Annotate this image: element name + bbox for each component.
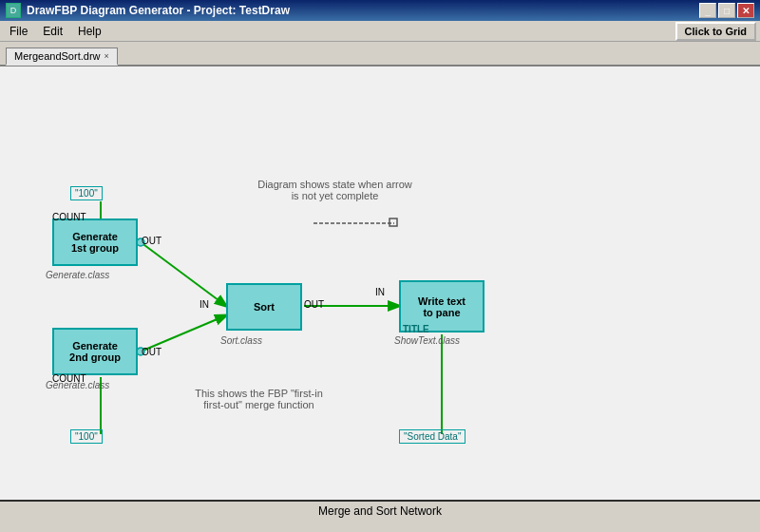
menu-edit[interactable]: Edit <box>37 24 68 39</box>
port-in-sort: IN <box>200 299 209 310</box>
port-out-sort: OUT <box>304 299 324 310</box>
menu-items: File Edit Help <box>4 24 107 39</box>
node-generate1[interactable]: Generate1st group <box>52 218 138 266</box>
window-controls: _ □ ✕ <box>699 3 754 18</box>
svg-rect-7 <box>390 218 397 226</box>
tab-close-button[interactable]: × <box>104 51 109 61</box>
annotation-merge: This shows the FBP "first-infirst-out" m… <box>180 388 337 410</box>
iip-100-bottom[interactable]: "100" <box>70 429 103 444</box>
status-bar: Merge and Sort Network <box>0 500 760 521</box>
close-button[interactable]: ✕ <box>737 3 754 18</box>
port-out2: OUT <box>142 347 162 357</box>
window-title: DrawFBP Diagram Generator - Project: Tes… <box>27 4 290 17</box>
annotation-arrow-state: Diagram shows state when arrowis not yet… <box>252 179 418 201</box>
class-sort: Sort.class <box>220 335 262 346</box>
port-in-write: IN <box>375 287 385 297</box>
port-count1: COUNT <box>52 212 86 222</box>
tab-bar: MergeandSort.drw × <box>0 42 760 66</box>
diagram-svg <box>0 66 760 500</box>
maximize-button[interactable]: □ <box>718 3 735 18</box>
node-sort[interactable]: Sort <box>226 283 302 331</box>
class-generate1: Generate.class <box>46 270 109 280</box>
tab-label: MergeandSort.drw <box>14 50 101 62</box>
tab-mergesort[interactable]: MergeandSort.drw × <box>6 48 118 66</box>
class-generate2: Generate.class <box>46 380 109 390</box>
class-showtext: ShowText.class <box>394 335 460 346</box>
node-generate2[interactable]: Generate2nd group <box>52 328 138 375</box>
diagram-canvas: Generate1st group Generate2nd group Sort… <box>0 66 760 500</box>
iip-sorted-data[interactable]: "Sorted Data" <box>399 429 466 444</box>
menu-help[interactable]: Help <box>72 24 107 39</box>
menu-file[interactable]: File <box>4 24 33 39</box>
click-to-grid-button[interactable]: Click to Grid <box>675 22 756 41</box>
minimize-button[interactable]: _ <box>699 3 716 18</box>
iip-100-top[interactable]: "100" <box>70 186 103 200</box>
status-text: Merge and Sort Network <box>318 504 442 518</box>
title-bar: D DrawFBP Diagram Generator - Project: T… <box>0 0 760 21</box>
menu-bar: File Edit Help Click to Grid <box>0 21 760 42</box>
app-icon: D <box>6 3 21 18</box>
title-port-label: TITLE <box>403 324 429 334</box>
svg-line-1 <box>141 242 226 306</box>
port-out1: OUT <box>142 236 162 246</box>
